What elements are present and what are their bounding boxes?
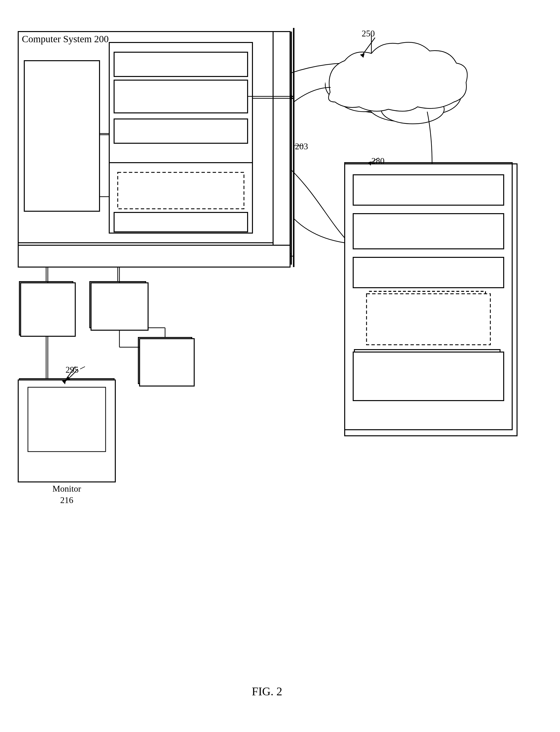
label-250: 250: [362, 28, 375, 39]
method230c-label: Method230: [369, 291, 485, 340]
svg-rect-13: [19, 379, 114, 476]
cpu-label: CPU201: [27, 117, 97, 141]
printer-label: Printer217: [90, 282, 146, 328]
svg-rect-14: [29, 386, 104, 447]
memory210-label: Memory 210: [109, 42, 250, 54]
display-label: Display 281: [354, 175, 500, 204]
svg-marker-65: [290, 95, 294, 98]
label-203: 203: [295, 141, 308, 152]
io-interface-label: I/O Interface 202: [18, 243, 273, 265]
document235-label: Document 235: [114, 119, 245, 143]
method230b-label: Method230: [117, 175, 240, 209]
figure-label: FIG. 2: [218, 685, 316, 698]
network-label: Network 204: [362, 73, 430, 84]
svg-point-17: [367, 83, 435, 121]
memory284-label: Memory 284: [354, 257, 500, 286]
network-interface-label: NetworkInterface 283: [354, 350, 500, 396]
svg-marker-76: [360, 53, 365, 58]
svg-line-80: [80, 367, 85, 369]
mouse-label: Mouse218: [138, 337, 192, 384]
svg-point-19: [381, 95, 444, 124]
remote-system-label: 280: [371, 155, 384, 167]
label-295: 295: [66, 364, 79, 376]
processor-label: Processor282: [354, 214, 500, 248]
svg-marker-74: [62, 380, 66, 384]
svg-line-75: [362, 38, 375, 56]
application232-label: Application 232: [114, 53, 245, 78]
keyboard-label: Key-Board215: [19, 282, 73, 335]
document-file236-label: Document File 236: [114, 211, 245, 231]
svg-point-15: [325, 56, 461, 114]
svg-rect-54: [18, 380, 115, 482]
method230a-label: Method230: [114, 83, 245, 114]
svg-rect-55: [28, 387, 106, 452]
svg-marker-40: [370, 61, 373, 64]
svg-marker-79: [368, 161, 371, 166]
computer-system-label: Computer System 200: [22, 33, 109, 45]
svg-marker-28: [290, 97, 294, 100]
monitor-label: Monitor216: [19, 483, 114, 506]
svg-marker-37: [66, 376, 70, 380]
